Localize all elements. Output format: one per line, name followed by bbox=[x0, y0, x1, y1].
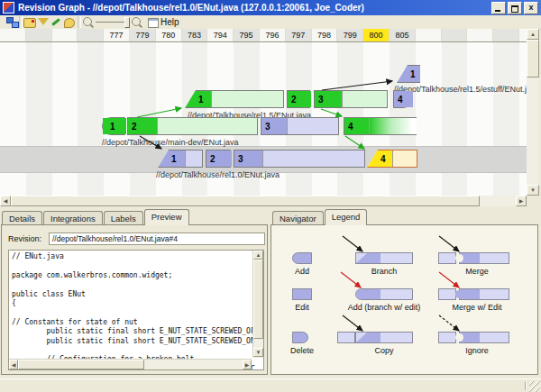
restore-button[interactable] bbox=[508, 2, 522, 14]
help-menu[interactable]: Help bbox=[160, 17, 179, 27]
changelist-column-blank bbox=[467, 29, 493, 41]
legend-shape-merge bbox=[459, 332, 509, 343]
legend-shape-merge bbox=[459, 252, 509, 264]
window-title: Revision Graph - //depot/Talkhouse/rel1.… bbox=[18, 3, 491, 13]
graph-vscroll-thumb[interactable] bbox=[527, 40, 539, 77]
revision-number: 3 bbox=[315, 95, 324, 105]
graph-hscroll-thumb[interactable] bbox=[11, 196, 480, 206]
changelist-column-blank bbox=[78, 29, 104, 41]
preview-hscrollbar[interactable]: ◀ ▶ bbox=[9, 359, 252, 369]
revision-field[interactable]: //depot/Talkhouse/rel1.0/ENut.java#4 bbox=[49, 232, 265, 245]
filter-icon[interactable] bbox=[38, 18, 49, 25]
legend-shape-add bbox=[292, 252, 312, 264]
revision-box[interactable]: 3 bbox=[314, 90, 388, 108]
revision-number: 2 bbox=[206, 154, 215, 164]
preview-hscroll-left[interactable]: ◀ bbox=[9, 360, 18, 369]
changelist-column-blank bbox=[519, 29, 527, 41]
revision-box[interactable]: 3 bbox=[261, 117, 339, 135]
resize-grip[interactable] bbox=[529, 381, 540, 392]
zoom-out-icon[interactable] bbox=[83, 17, 92, 26]
revision-box[interactable]: 1 bbox=[102, 117, 125, 135]
legend-shape-merge-source bbox=[438, 332, 456, 343]
preview-hscroll-right[interactable]: ▶ bbox=[243, 360, 252, 369]
tab-navigator[interactable]: Navigator bbox=[272, 211, 324, 225]
revision-box[interactable]: 2 bbox=[287, 90, 310, 108]
revision-box[interactable]: 3 bbox=[234, 150, 365, 168]
revision-lifespan-segment bbox=[212, 91, 283, 107]
legend-shape-dark bbox=[356, 333, 381, 342]
zoom-slider-track[interactable] bbox=[96, 22, 128, 23]
preview-vscroll-up[interactable]: ▲ bbox=[253, 251, 263, 260]
revision-number: 2 bbox=[288, 95, 297, 105]
changelist-column[interactable]: 797 bbox=[286, 29, 312, 41]
edit-pencil-icon[interactable] bbox=[51, 18, 60, 26]
user-icon[interactable] bbox=[64, 18, 75, 28]
tab-details[interactable]: Details bbox=[2, 211, 42, 225]
revision-number: 4 bbox=[394, 95, 403, 105]
graph-vscroll-up[interactable]: ▲ bbox=[527, 29, 539, 40]
changelist-column[interactable]: 805 bbox=[390, 29, 416, 41]
changelist-column[interactable]: 777 bbox=[104, 29, 130, 41]
side-tabbar: NavigatorLegend bbox=[272, 210, 368, 225]
revision-box[interactable]: 2 bbox=[206, 150, 231, 168]
file-preview-text: // ENut.java package com.walkerbros.comm… bbox=[9, 251, 263, 370]
changelist-column[interactable]: 800 bbox=[363, 29, 390, 41]
tab-integrations[interactable]: Integrations bbox=[43, 211, 103, 225]
changelist-column[interactable]: 798 bbox=[312, 29, 338, 41]
zoom-slider-thumb[interactable] bbox=[124, 17, 130, 28]
revision-label: Revision: bbox=[8, 234, 41, 243]
revision-action-segment: 3 bbox=[261, 118, 288, 134]
legend-item-label: Ignore bbox=[409, 346, 541, 355]
revision-box[interactable]: 4 bbox=[344, 117, 417, 135]
changelist-column[interactable]: 779 bbox=[130, 29, 156, 41]
window-view-icon[interactable] bbox=[148, 18, 159, 28]
tab-legend[interactable]: Legend bbox=[325, 209, 368, 225]
preview-panel: Revision: //depot/Talkhouse/rel1.0/ENut.… bbox=[1, 224, 268, 375]
changelist-column-blank bbox=[416, 29, 442, 41]
graph-vscrollbar[interactable]: ▲ ▼ bbox=[527, 29, 539, 196]
revision-lifespan-segment bbox=[370, 118, 417, 134]
graph-hscrollbar[interactable]: ◀ ▶ bbox=[0, 196, 527, 206]
legend-shape-merge-bump bbox=[459, 288, 509, 300]
revision-lifespan-segment bbox=[186, 150, 202, 167]
changelist-column[interactable]: 799 bbox=[337, 29, 363, 41]
legend-shape-dark bbox=[356, 253, 381, 263]
revision-box[interactable]: 1 bbox=[185, 90, 284, 108]
file-preview-box[interactable]: // ENut.java package com.walkerbros.comm… bbox=[8, 250, 264, 370]
graph-hscroll-right[interactable]: ▶ bbox=[516, 196, 527, 206]
tab-preview[interactable]: Preview bbox=[144, 209, 189, 225]
changelist-column[interactable]: 796 bbox=[260, 29, 286, 41]
changelist-column[interactable]: 794 bbox=[207, 29, 234, 41]
title-bar: Revision Graph - //depot/Talkhouse/rel1.… bbox=[0, 0, 541, 15]
revision-graph-icon[interactable] bbox=[5, 16, 19, 28]
legend-shape-copy-source bbox=[337, 332, 355, 343]
legend-shape-merge-source bbox=[438, 288, 456, 300]
legend-shape-edit bbox=[292, 288, 312, 300]
changelist-icon[interactable] bbox=[23, 18, 36, 28]
legend-shape-notch bbox=[455, 254, 463, 262]
changelist-column-blank bbox=[26, 29, 52, 41]
changelist-column[interactable]: 795 bbox=[234, 29, 260, 41]
graph-hscroll-left[interactable]: ◀ bbox=[0, 196, 11, 206]
revision-box[interactable]: 4 bbox=[393, 90, 412, 108]
toolbar-separator bbox=[19, 16, 23, 28]
changelist-column[interactable]: 780 bbox=[156, 29, 182, 41]
toolbar-separator bbox=[78, 16, 81, 28]
status-bar bbox=[0, 378, 541, 392]
changelist-column[interactable]: 783 bbox=[182, 29, 208, 41]
revision-action-segment: 2 bbox=[288, 91, 311, 107]
close-button[interactable]: x bbox=[524, 2, 538, 14]
detail-tabbar: DetailsIntegrationsLabelsPreview bbox=[2, 210, 190, 225]
changelist-column-blank bbox=[442, 29, 468, 41]
revision-graph-canvas[interactable]: 1//depot/Talkhouse/rel1.5/estuff/ENut.ja… bbox=[0, 42, 527, 196]
minimize-button[interactable] bbox=[491, 2, 506, 14]
status-separator bbox=[525, 382, 527, 390]
legend-shape-delete bbox=[292, 332, 308, 343]
zoom-in-icon[interactable] bbox=[132, 17, 141, 26]
tab-labels[interactable]: Labels bbox=[104, 211, 143, 225]
revision-action-segment: 1 bbox=[103, 118, 126, 134]
preview-hscroll-thumb[interactable] bbox=[18, 360, 144, 369]
revision-box[interactable]: 2 bbox=[127, 117, 258, 135]
app-icon bbox=[3, 2, 14, 14]
graph-vscroll-down[interactable]: ▼ bbox=[527, 185, 539, 196]
